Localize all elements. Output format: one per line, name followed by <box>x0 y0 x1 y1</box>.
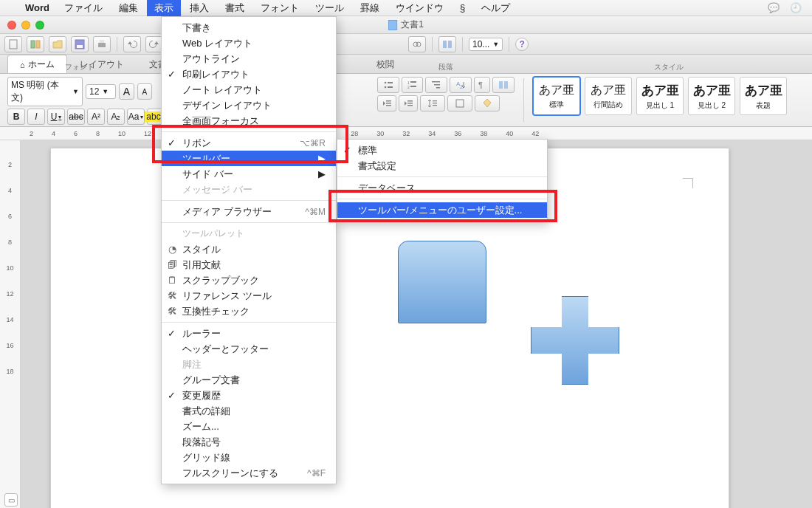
view-menu-item: メッセージ バー <box>162 182 336 197</box>
style-chip-h2[interactable]: あア亜 見出し 2 <box>688 77 735 115</box>
window-zoom-button[interactable] <box>35 21 44 30</box>
view-menu-item[interactable]: アウトライン <box>162 51 336 66</box>
view-menu-item[interactable]: ノート レイアウト <box>162 82 336 97</box>
view-menu-item[interactable]: ✓変更履歴 <box>162 388 336 403</box>
view-menu-item[interactable]: 書式の詳細 <box>162 403 336 419</box>
clock-icon[interactable]: 🕘 <box>785 2 806 13</box>
view-menu-item[interactable]: ヘッダーとフッター <box>162 341 336 357</box>
view-menu-item[interactable]: グリッド線 <box>162 450 336 465</box>
view-menu-item[interactable]: 🛠リファレンス ツール <box>162 288 336 303</box>
underline-button[interactable]: U <box>47 109 65 125</box>
menu-format[interactable]: 書式 <box>218 0 252 16</box>
toolbar-submenu-item[interactable]: データベース <box>337 180 547 196</box>
strikethrough-button[interactable]: abc <box>67 109 85 125</box>
columns-button[interactable] <box>438 36 456 52</box>
save-button[interactable] <box>71 36 89 52</box>
font-name-combo[interactable]: MS 明朝 (本文)▼ <box>7 77 83 106</box>
link-button[interactable] <box>408 36 426 52</box>
show-marks-button[interactable]: ¶ <box>474 77 491 93</box>
app-name[interactable]: Word <box>19 2 55 13</box>
svg-rect-34 <box>433 100 437 101</box>
window-close-button[interactable] <box>7 21 16 30</box>
menu-help[interactable]: ヘルプ <box>474 0 517 16</box>
view-menu-item[interactable]: フルスクリーンにする^⌘F <box>162 465 336 481</box>
help-button[interactable]: ? <box>515 38 529 51</box>
line-spacing-button[interactable] <box>420 95 445 111</box>
open-button[interactable] <box>49 36 66 52</box>
multilevel-list-button[interactable] <box>425 77 447 93</box>
ruler-tick: 28 <box>351 130 358 137</box>
style-chip-title[interactable]: あア亜 表題 <box>740 77 787 115</box>
rounded-rectangle-shape[interactable] <box>398 241 486 323</box>
menu-file[interactable]: ファイル <box>57 0 110 16</box>
style-chip-nospacing[interactable]: あア亜 行間詰め <box>585 77 632 115</box>
toolbar-submenu-item[interactable]: ツールバー/メニューのユーザー設定... <box>337 202 547 218</box>
svg-point-14 <box>385 86 387 89</box>
menu-view[interactable]: 表示 <box>147 0 181 16</box>
menu-insert[interactable]: 挿入 <box>182 0 216 16</box>
svg-rect-7 <box>100 40 104 43</box>
view-menu-item[interactable]: ✓リボン⌥⌘R <box>162 135 336 151</box>
cross-shape[interactable] <box>531 296 619 385</box>
view-menu-item[interactable]: メディア ブラウザー^⌘M <box>162 204 336 219</box>
outdent-button[interactable] <box>377 95 396 111</box>
menu-item-label: 引用文献 <box>182 258 221 272</box>
style-chip-h1[interactable]: あア亜 見出し 1 <box>636 77 684 115</box>
ribbon-body: フォント MS 明朝 (本文)▼ 12▼ A A B I U abc A² A₂… <box>0 74 812 127</box>
view-menu-item[interactable]: デザイン レイアウト <box>162 97 336 113</box>
subscript-button[interactable]: A₂ <box>107 109 125 125</box>
ribbon-tab-home[interactable]: ⌂ ホーム <box>7 55 67 73</box>
view-menu-item[interactable]: Web レイアウト <box>162 35 336 51</box>
undo-button[interactable] <box>123 36 141 52</box>
view-menu-item[interactable]: グループ文書 <box>162 372 336 388</box>
italic-button[interactable]: I <box>27 109 45 125</box>
menu-item-label: グリッド線 <box>182 451 230 464</box>
view-menu-item[interactable]: 下書き <box>162 20 336 35</box>
change-case-button[interactable]: Aa <box>127 109 145 125</box>
view-menu-item[interactable]: ツールバー▶ <box>162 151 336 166</box>
view-menu-item[interactable]: サイド バー▶ <box>162 166 336 182</box>
style-chip-normal[interactable]: あア亜 標準 <box>533 77 580 115</box>
sort-button[interactable]: AZ <box>450 77 472 93</box>
menu-tool[interactable]: ツール <box>308 0 351 16</box>
toolbar-submenu-item[interactable]: ✓標準 <box>337 143 547 158</box>
shading-button[interactable] <box>475 95 500 111</box>
zoom-combo[interactable]: 10... ▼ <box>469 38 503 51</box>
view-menu-item[interactable]: ✓ルーラー <box>162 326 336 341</box>
templates-button[interactable] <box>27 36 44 52</box>
reading-layout-button[interactable] <box>492 77 515 93</box>
menu-script[interactable]: § <box>453 1 472 15</box>
font-size-combo[interactable]: 12▼ <box>86 84 116 99</box>
indent-button[interactable] <box>399 95 418 111</box>
view-menu-item[interactable]: ◔スタイル <box>162 241 336 257</box>
new-doc-button[interactable] <box>4 36 22 52</box>
view-menu-item[interactable]: 全画面フォーカス <box>162 113 336 128</box>
font-name-value: MS 明朝 (本文) <box>11 79 69 104</box>
grow-font-button[interactable]: A <box>119 83 134 100</box>
svg-rect-17 <box>410 81 416 83</box>
menu-edit[interactable]: 編集 <box>111 0 145 16</box>
view-menu-item[interactable]: 🗐引用文献 <box>162 257 336 272</box>
numbering-button[interactable]: 12 <box>402 77 424 93</box>
menu-item-icon: ◔ <box>166 244 178 255</box>
print-button[interactable] <box>93 36 111 52</box>
view-menu-item[interactable]: 🗒スクラップブック <box>162 272 336 288</box>
superscript-button[interactable]: A² <box>87 109 105 125</box>
speech-bubble-icon[interactable]: 💬 <box>763 2 784 13</box>
view-menu-item[interactable]: ズーム... <box>162 419 336 434</box>
menu-font[interactable]: フォント <box>253 0 306 16</box>
borders-button[interactable] <box>447 95 472 111</box>
ribbon-tab-review[interactable]: 校閲 <box>364 55 407 73</box>
bold-button[interactable]: B <box>7 109 25 125</box>
view-menu-item[interactable]: 段落記号 <box>162 434 336 450</box>
toolbar-submenu-item[interactable]: 書式設定 <box>337 158 547 174</box>
menu-window[interactable]: ウインドウ <box>388 0 451 16</box>
view-menu-item[interactable]: 🛠互換性チェック <box>162 303 336 319</box>
view-switcher-icon[interactable]: ▭ <box>4 493 18 507</box>
window-minimize-button[interactable] <box>21 21 30 30</box>
bullets-button[interactable] <box>377 77 399 93</box>
menu-rule[interactable]: 罫線 <box>353 0 387 16</box>
view-menu-item[interactable]: ✓印刷レイアウト <box>162 66 336 82</box>
vertical-ruler[interactable]: 24681012141618 <box>0 140 21 508</box>
shrink-font-button[interactable]: A <box>137 83 152 100</box>
